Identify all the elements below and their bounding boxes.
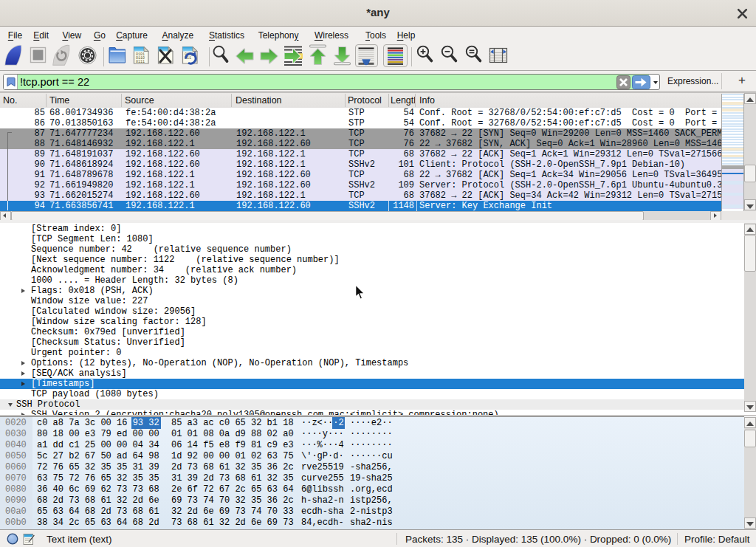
svg-text:0111: 0111 bbox=[136, 60, 145, 64]
